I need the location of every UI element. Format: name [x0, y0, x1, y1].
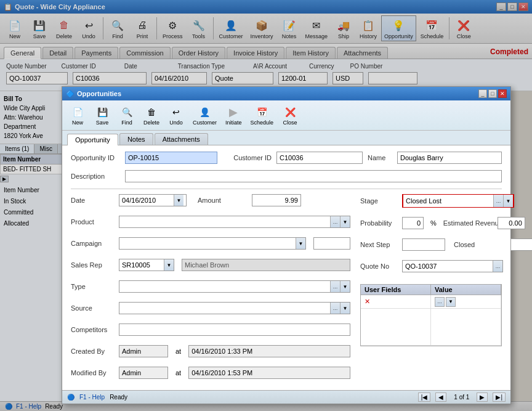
stage-dots-btn[interactable]: … — [493, 195, 503, 207]
stage-input[interactable]: Closed Lost — [403, 195, 493, 207]
source-dots-btn[interactable]: … — [330, 303, 340, 314]
date-opp-input[interactable]: 04/16/2010 — [119, 195, 174, 206]
user-fields-grid: User Fields Value ✕ … ▼ — [360, 284, 502, 346]
closed-input[interactable] — [511, 239, 532, 250]
stage-field: Closed Lost … ▼ — [402, 194, 514, 208]
modal-app-icon: 🔷 — [66, 90, 75, 98]
modal-maximize-button[interactable]: □ — [488, 89, 497, 98]
competitors-input[interactable] — [119, 324, 350, 336]
modal-find-icon: 🔍 — [119, 105, 134, 120]
product-input[interactable] — [119, 216, 330, 227]
amount-input[interactable]: 9.99 — [252, 194, 301, 206]
created-at-input: 04/16/2010 1:33 PM — [188, 345, 350, 357]
stage-dropdown-btn[interactable]: ▼ — [503, 195, 513, 207]
modal-new-icon: 📄 — [70, 105, 85, 120]
type-label: Type — [71, 283, 114, 290]
nav-first-button[interactable]: |◀ — [418, 393, 431, 402]
name-label: Name — [368, 154, 392, 161]
date-opp-label: Date — [71, 197, 114, 204]
modal-close-button[interactable]: ✕ — [498, 89, 507, 98]
campaign-input[interactable] — [119, 238, 296, 249]
modal-delete-icon: 🗑 — [144, 105, 159, 120]
amount-label: Amount — [198, 197, 247, 204]
est-revenue-label: Estimated Revenue — [443, 219, 493, 227]
type-dots-btn[interactable]: … — [330, 281, 340, 292]
modal-schedule-icon: 📅 — [254, 105, 269, 120]
page-of: 1 of 1 — [454, 394, 469, 401]
next-step-input[interactable] — [402, 238, 445, 251]
modal-title-bar: 🔷 Opportunities _ □ ✕ — [62, 87, 510, 100]
description-input[interactable] — [125, 170, 502, 182]
nav-next-button[interactable]: ▶ — [477, 393, 488, 402]
created-by-input: Admin — [119, 345, 168, 357]
name-input[interactable]: Douglas Barry — [397, 152, 502, 164]
user-field-dropdown-btn[interactable]: ▼ — [446, 297, 456, 307]
delete-row-icon[interactable]: ✕ — [365, 298, 370, 306]
modal-status-text: Ready — [110, 394, 127, 401]
source-label: Source — [71, 304, 114, 312]
at-label-2: at — [175, 369, 181, 376]
source-dropdown-btn[interactable]: ▼ — [340, 303, 350, 314]
probability-input[interactable]: 0 — [402, 217, 424, 229]
desc-label: Description — [71, 173, 120, 180]
modal-tab-attachments[interactable]: Attachments — [155, 133, 208, 145]
probability-unit: % — [430, 219, 437, 227]
date-dropdown-btn[interactable]: ▼ — [174, 195, 183, 206]
type-dropdown-btn[interactable]: ▼ — [340, 281, 350, 292]
quote-no-label: Quote No — [360, 262, 397, 270]
sales-rep-id-input[interactable]: SR10005 — [119, 259, 164, 271]
at-label-1: at — [175, 348, 181, 355]
modal-tab-opportunity[interactable]: Opportunity — [67, 134, 118, 145]
type-input[interactable] — [119, 281, 330, 292]
user-fields-col-header: User Fields — [361, 285, 431, 295]
value-col-header: Value — [431, 285, 501, 295]
closed-label: Closed — [454, 241, 503, 248]
modal-save-button[interactable]: 💾 Save — [91, 103, 114, 128]
modified-at-input: 04/16/2010 1:53 PM — [188, 367, 350, 379]
opportunity-id-input[interactable]: OP-10015 — [125, 152, 217, 164]
competitors-label: Competitors — [71, 326, 114, 333]
modal-help-icon: 🔵 — [67, 394, 75, 401]
divider-1 — [71, 189, 502, 189]
source-input[interactable] — [119, 303, 330, 314]
quote-no-input[interactable]: QO-10037 — [403, 261, 493, 272]
sales-rep-name-input[interactable]: Michael Brown — [182, 259, 350, 271]
modal-body: Opportunity ID OP-10015 Customer ID C100… — [62, 145, 510, 390]
modal-new-button[interactable]: 📄 New — [66, 103, 89, 128]
modal-tab-bar: Opportunity Notes Attachments — [62, 131, 510, 145]
nav-prev-button[interactable]: ◀ — [435, 393, 446, 402]
opportunities-modal: 🔷 Opportunities _ □ ✕ 📄 New 💾 Save 🔍 Fin… — [62, 86, 511, 404]
campaign-label: Campaign — [71, 240, 114, 247]
modal-controls: _ □ ✕ — [478, 89, 507, 98]
nav-last-button[interactable]: ▶| — [493, 393, 506, 402]
modal-initiate-button[interactable]: ▶ Initiate — [222, 103, 246, 128]
modal-help-text: F1 - Help — [79, 394, 105, 401]
product-dropdown-btn[interactable]: ▼ — [340, 216, 350, 227]
modal-overlay: 🔷 Opportunities _ □ ✕ 📄 New 💾 Save 🔍 Fin… — [0, 0, 532, 411]
modal-delete-button[interactable]: 🗑 Delete — [140, 103, 163, 128]
modified-by-input: Admin — [119, 367, 168, 379]
customer-id-modal-input[interactable]: C10036 — [276, 152, 363, 164]
product-dots-btn[interactable]: … — [330, 216, 340, 227]
modal-tab-notes[interactable]: Notes — [119, 133, 153, 145]
user-fields-cell-1: ✕ — [361, 295, 431, 309]
created-by-label: Created By — [71, 348, 114, 355]
modal-undo-button[interactable]: ↩ Undo — [164, 103, 188, 128]
modal-close-button-toolbar[interactable]: ❌ Close — [278, 103, 302, 128]
quote-no-dots-btn[interactable]: … — [493, 261, 502, 272]
modal-undo-icon: ↩ — [169, 105, 183, 120]
sales-rep-dropdown-btn[interactable]: ▼ — [164, 259, 174, 271]
user-fields-empty-row — [361, 309, 501, 346]
campaign-extra-input[interactable] — [313, 237, 350, 250]
modal-find-button[interactable]: 🔍 Find — [115, 103, 139, 128]
modal-customer-icon: 👤 — [198, 105, 212, 120]
modal-minimize-button[interactable]: _ — [478, 89, 487, 98]
user-fields-row: ✕ … ▼ — [361, 295, 501, 309]
user-field-dots-btn[interactable]: … — [435, 297, 445, 307]
modal-schedule-button[interactable]: 📅 Schedule — [247, 103, 278, 128]
modal-footer: 🔵 F1 - Help Ready |◀ ◀ 1 of 1 ▶ ▶| — [62, 390, 510, 404]
modal-customer-button[interactable]: 👤 Customer — [189, 103, 220, 128]
est-revenue-input[interactable]: 0.00 — [498, 217, 525, 229]
campaign-dropdown-btn[interactable]: ▼ — [296, 238, 305, 249]
sales-rep-label: Sales Rep — [71, 261, 114, 269]
